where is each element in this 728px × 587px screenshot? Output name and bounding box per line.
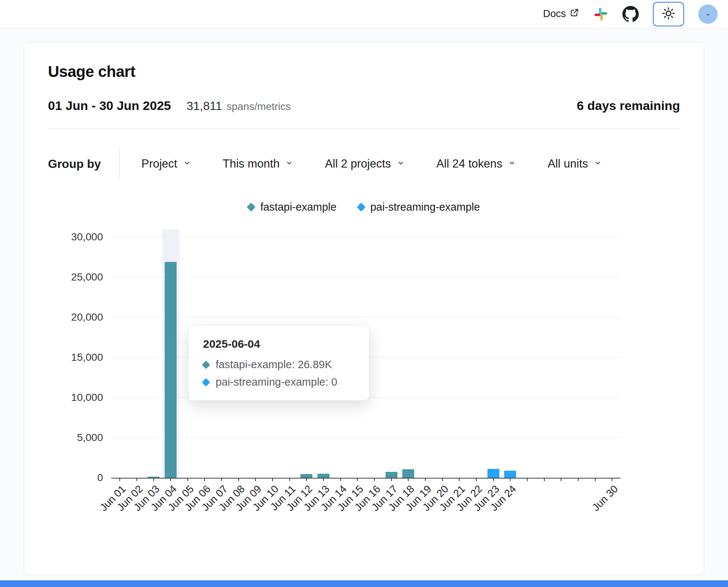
legend-diamond-icon bbox=[357, 202, 365, 211]
x-axis-tick bbox=[255, 478, 256, 481]
theme-toggle-button[interactable] bbox=[653, 2, 684, 26]
chevron-down-icon bbox=[508, 157, 516, 171]
y-axis-label: 5,000 bbox=[77, 432, 103, 444]
bar-pai-streaming-example[interactable] bbox=[504, 471, 516, 478]
x-axis-tick bbox=[170, 478, 171, 481]
tooltip-title: 2025-06-04 bbox=[203, 338, 355, 350]
x-axis-tick bbox=[544, 478, 545, 481]
x-axis-tick bbox=[136, 478, 137, 481]
dropdown-label: Project bbox=[141, 157, 177, 171]
top-navbar: Docs - bbox=[0, 0, 728, 28]
x-axis-tick bbox=[238, 478, 239, 481]
dropdown-projects-filter[interactable]: All 2 projects bbox=[325, 157, 405, 171]
group-by-label: Group by bbox=[48, 157, 101, 171]
dropdown-label: This month bbox=[223, 157, 280, 171]
gridline bbox=[111, 277, 621, 277]
legend-label: fastapi-example bbox=[260, 201, 336, 213]
series-diamond-icon bbox=[202, 360, 210, 369]
bar-fastapi-example[interactable] bbox=[386, 472, 397, 478]
chevron-down-icon bbox=[183, 157, 191, 171]
x-axis-tick bbox=[442, 478, 443, 481]
dropdown-label: All units bbox=[548, 157, 588, 171]
usage-count: 31,811 bbox=[187, 99, 222, 113]
dropdown-group-by-project[interactable]: Project bbox=[141, 157, 191, 171]
tooltip-row-text: fastapi-example: 26.89K bbox=[216, 359, 332, 371]
bar-fastapi-example[interactable] bbox=[300, 474, 312, 478]
chevron-down-icon bbox=[396, 157, 405, 171]
gridline bbox=[111, 317, 621, 317]
y-axis-label: 20,000 bbox=[71, 311, 103, 323]
x-axis-tick bbox=[595, 478, 596, 481]
days-remaining: 6 days remaining bbox=[577, 98, 680, 113]
x-axis-tick bbox=[527, 478, 528, 481]
chart-tooltip: 2025-06-04 fastapi-example: 26.89K pai-s… bbox=[189, 325, 369, 400]
github-icon[interactable] bbox=[622, 6, 639, 22]
bar-fastapi-example[interactable] bbox=[402, 469, 414, 478]
x-axis-tick bbox=[561, 478, 561, 481]
tooltip-row: pai-streaming-example: 0 bbox=[203, 376, 355, 388]
docs-link[interactable]: Docs bbox=[543, 8, 579, 20]
legend-diamond-icon bbox=[247, 202, 256, 211]
x-axis-tick bbox=[119, 478, 120, 481]
divider bbox=[48, 129, 680, 129]
x-axis-tick bbox=[323, 478, 324, 481]
card-title: Usage chart bbox=[48, 63, 680, 81]
sun-icon bbox=[662, 7, 675, 21]
x-axis-tick bbox=[493, 478, 494, 481]
bar-fastapi-example[interactable] bbox=[165, 262, 177, 478]
chart-legend: fastapi-examplepai-streaming-example bbox=[48, 201, 680, 213]
filter-bar: Group by Project This month All 2 projec… bbox=[48, 148, 680, 179]
chevron-down-icon bbox=[593, 157, 602, 171]
bar-fastapi-example[interactable] bbox=[318, 474, 329, 478]
avatar[interactable]: - bbox=[698, 4, 718, 24]
x-axis-tick bbox=[408, 478, 409, 481]
x-axis-tick bbox=[357, 478, 358, 481]
dropdown-time-range[interactable]: This month bbox=[223, 157, 294, 171]
x-axis-tick bbox=[510, 478, 510, 481]
y-axis-label: 30,000 bbox=[71, 231, 103, 243]
bottom-strip bbox=[0, 580, 728, 587]
x-axis-tick bbox=[221, 478, 222, 481]
x-axis-tick bbox=[289, 478, 290, 481]
y-axis-label: 10,000 bbox=[71, 392, 103, 403]
legend-item[interactable]: fastapi-example bbox=[248, 201, 336, 213]
dropdown-tokens-filter[interactable]: All 24 tokens bbox=[437, 157, 517, 171]
x-axis-tick bbox=[612, 478, 612, 481]
slack-icon[interactable] bbox=[593, 7, 608, 22]
series-diamond-icon bbox=[202, 378, 210, 386]
date-range: 01 Jun - 30 Jun 2025 bbox=[48, 98, 171, 113]
x-axis-tick bbox=[204, 478, 205, 481]
x-axis-tick bbox=[340, 478, 341, 481]
x-axis-tick bbox=[272, 478, 273, 481]
avatar-label: - bbox=[706, 8, 709, 20]
x-axis-label: Jun 30 bbox=[590, 483, 621, 513]
y-axis-label: 0 bbox=[97, 472, 103, 484]
legend-item[interactable]: pai-streaming-example bbox=[358, 201, 480, 213]
meta-row: 01 Jun - 30 Jun 2025 31,811 spans/metric… bbox=[48, 98, 680, 113]
tooltip-row: fastapi-example: 26.89K bbox=[203, 359, 355, 371]
y-axis-label: 25,000 bbox=[71, 271, 103, 283]
x-axis-tick bbox=[578, 478, 579, 481]
usage-unit: spans/metrics bbox=[226, 101, 291, 113]
x-axis-tick bbox=[391, 478, 392, 481]
usage-chart: 05,00010,00015,00020,00025,00030,000Jun … bbox=[48, 230, 680, 527]
bar-fastapi-example[interactable] bbox=[148, 477, 160, 478]
dropdown-units-filter[interactable]: All units bbox=[548, 157, 602, 171]
y-axis-label: 15,000 bbox=[71, 351, 103, 363]
x-axis-tick bbox=[374, 478, 375, 481]
bar-pai-streaming-example[interactable] bbox=[487, 469, 499, 478]
tooltip-row-text: pai-streaming-example: 0 bbox=[216, 376, 337, 388]
dropdown-label: All 24 tokens bbox=[437, 157, 503, 171]
gridline bbox=[111, 437, 621, 438]
x-axis-tick bbox=[476, 478, 477, 481]
x-axis-tick bbox=[187, 478, 188, 481]
vertical-divider bbox=[119, 148, 120, 179]
chevron-down-icon bbox=[285, 157, 294, 171]
dropdown-label: All 2 projects bbox=[325, 157, 391, 171]
legend-label: pai-streaming-example bbox=[370, 201, 480, 213]
x-axis-tick bbox=[425, 478, 426, 481]
x-axis-tick bbox=[306, 478, 307, 481]
gridline bbox=[111, 237, 621, 237]
x-axis-tick bbox=[153, 478, 154, 481]
usage-card: Usage chart 01 Jun - 30 Jun 2025 31,811 … bbox=[24, 42, 704, 575]
